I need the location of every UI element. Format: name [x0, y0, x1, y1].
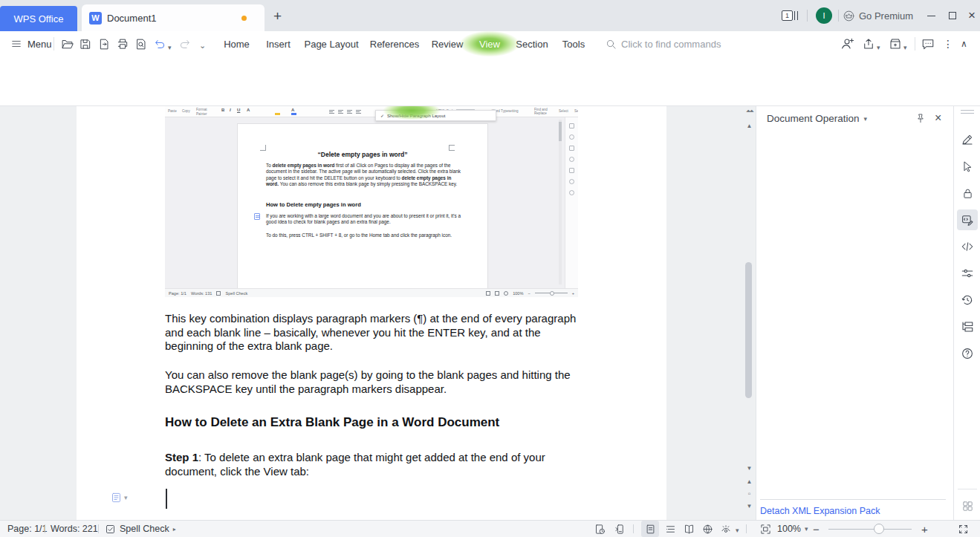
- share-document-button[interactable]: [860, 36, 877, 51]
- outline-view-button[interactable]: [661, 521, 679, 537]
- collapse-ribbon-button[interactable]: ∧: [961, 39, 967, 49]
- window-count-icon: 1: [782, 10, 793, 21]
- wps-office-home-tab[interactable]: WPS Office: [0, 6, 77, 31]
- account-avatar[interactable]: I: [816, 7, 832, 24]
- command-search-input[interactable]: Click to find commands: [606, 31, 721, 56]
- select-browse-object-button[interactable]: ▫: [744, 489, 754, 498]
- comment-bubble-icon: [921, 37, 935, 51]
- scroll-up-arrow[interactable]: ▲: [744, 123, 754, 129]
- customize-toolbar-button[interactable]: ⌄: [199, 41, 206, 51]
- apps-grid-button[interactable]: [960, 498, 975, 513]
- zoom-level-dropdown[interactable]: 100% ▾: [777, 521, 808, 537]
- tab-insert[interactable]: Insert: [262, 31, 295, 56]
- zoom-out-button[interactable]: −: [813, 521, 820, 537]
- send-to-mobile-button[interactable]: [611, 521, 629, 537]
- protect-document-button[interactable]: [960, 186, 975, 201]
- export-pdf-button[interactable]: [96, 36, 112, 51]
- print-button[interactable]: [114, 36, 131, 51]
- scrollbar-top-widget-icon[interactable]: ⏶⏶: [744, 108, 754, 115]
- print-layout-view-button[interactable]: [641, 521, 659, 537]
- open-file-button[interactable]: [59, 36, 75, 51]
- menu-button[interactable]: Menu: [10, 31, 52, 56]
- save-version-button[interactable]: [887, 36, 903, 51]
- edit-mode-button-selected[interactable]: [957, 209, 978, 230]
- structure-pane-button[interactable]: [960, 319, 975, 334]
- pin-panel-button[interactable]: [915, 113, 927, 125]
- maximize-button[interactable]: [943, 0, 962, 31]
- zoom-slider-thumb[interactable]: [874, 524, 884, 534]
- panel-title-dropdown[interactable]: Document Operation ▾: [767, 113, 867, 124]
- more-options-button[interactable]: ⋮: [943, 38, 953, 50]
- spell-check-button[interactable]: Spell Check ▸: [105, 521, 176, 537]
- undo-caret-icon[interactable]: ▾: [168, 44, 172, 51]
- page-indicator[interactable]: Page: 1/1: [7, 521, 48, 537]
- panel-drag-handle[interactable]: [961, 110, 974, 114]
- statusbar-divider: [746, 524, 747, 533]
- save-button[interactable]: [77, 36, 94, 51]
- eye-protection-button-status[interactable]: [717, 521, 735, 537]
- close-button[interactable]: ×: [964, 0, 980, 31]
- eye-icon: [720, 524, 732, 535]
- next-page-button[interactable]: ▼: [744, 503, 754, 510]
- mini-zoom-slider: [535, 293, 568, 293]
- undo-button[interactable]: [152, 36, 168, 51]
- mini-paragraph-1: To delete empty pages in word first of a…: [266, 163, 462, 187]
- tab-tools[interactable]: Tools: [559, 31, 588, 56]
- redo-button[interactable]: [177, 36, 193, 51]
- source-code-button[interactable]: [960, 239, 975, 254]
- window-list-button[interactable]: 1: [782, 0, 798, 31]
- page-clock-icon: [594, 524, 606, 535]
- outline-view-icon: [665, 524, 676, 535]
- apps-grid-icon: [961, 500, 974, 512]
- mini-rail-icon: [569, 168, 574, 173]
- document-tab[interactable]: W Document1: [82, 4, 265, 31]
- zoom-slider-track[interactable]: [828, 529, 912, 530]
- tab-section[interactable]: Section: [513, 31, 551, 56]
- task-pane-history-button[interactable]: [591, 521, 609, 537]
- detach-xml-expansion-pack-link[interactable]: Detach XML Expansion Pack: [760, 506, 880, 516]
- tab-view-active[interactable]: View: [474, 31, 505, 56]
- embedded-screenshot-image[interactable]: Paste Copy Format Painter B I U A A HTML…: [165, 106, 578, 297]
- text-cursor: [166, 489, 167, 509]
- signature-tool-button[interactable]: [960, 132, 975, 147]
- mini-page-title: “Delete empty pages in word”: [238, 151, 487, 158]
- minimize-button[interactable]: [921, 0, 941, 31]
- titlebar-divider: [807, 10, 808, 22]
- tab-page-layout[interactable]: Page Layout: [302, 31, 360, 56]
- eye-protection-status-caret-icon[interactable]: ▾: [736, 527, 739, 534]
- comments-button[interactable]: [920, 36, 936, 51]
- mini-highlight-color-icon: [275, 113, 280, 115]
- select-tool-button[interactable]: [960, 159, 975, 174]
- person-add-icon: [841, 37, 855, 51]
- history-version-button[interactable]: [960, 293, 975, 307]
- mini-toolbar: Paste Copy Format Painter B I U A A HTML…: [165, 106, 578, 117]
- save-version-caret-icon[interactable]: ▾: [903, 44, 907, 51]
- full-screen-button-status[interactable]: [954, 521, 972, 537]
- previous-page-button[interactable]: ▲: [744, 478, 754, 485]
- share-caret-icon[interactable]: ▾: [877, 44, 880, 51]
- quickbar-divider: [915, 37, 915, 51]
- go-premium-button[interactable]: Go Premium: [843, 0, 913, 31]
- tab-review[interactable]: Review: [429, 31, 465, 56]
- document-canvas[interactable]: Paste Copy Format Painter B I U A A HTML…: [0, 106, 756, 520]
- help-button[interactable]: [960, 346, 975, 361]
- scrollbar-thumb[interactable]: [745, 262, 752, 398]
- undo-icon: [153, 38, 166, 51]
- close-panel-button[interactable]: ×: [935, 111, 941, 125]
- scroll-down-arrow[interactable]: ▼: [744, 465, 754, 472]
- share-with-people-button[interactable]: [840, 36, 856, 51]
- tab-home[interactable]: Home: [220, 31, 253, 56]
- tab-references[interactable]: References: [368, 31, 421, 56]
- reading-view-button-status[interactable]: [680, 521, 698, 537]
- open-folder-icon: [60, 38, 74, 51]
- print-preview-button[interactable]: [133, 36, 149, 51]
- vertical-scrollbar[interactable]: ⏶⏶ ▲ ▼ ▲ ▫ ▼: [744, 106, 754, 520]
- fit-page-button[interactable]: [756, 521, 774, 537]
- paragraph-layout-button[interactable]: ▾: [111, 492, 128, 504]
- zoom-in-button-status[interactable]: +: [921, 521, 928, 537]
- word-count[interactable]: Words: 221: [51, 521, 98, 537]
- document-page[interactable]: Paste Copy Format Painter B I U A A HTML…: [77, 106, 666, 520]
- web-view-button[interactable]: [698, 521, 716, 537]
- settings-sliders-button[interactable]: [960, 266, 975, 281]
- new-tab-button[interactable]: +: [273, 9, 282, 24]
